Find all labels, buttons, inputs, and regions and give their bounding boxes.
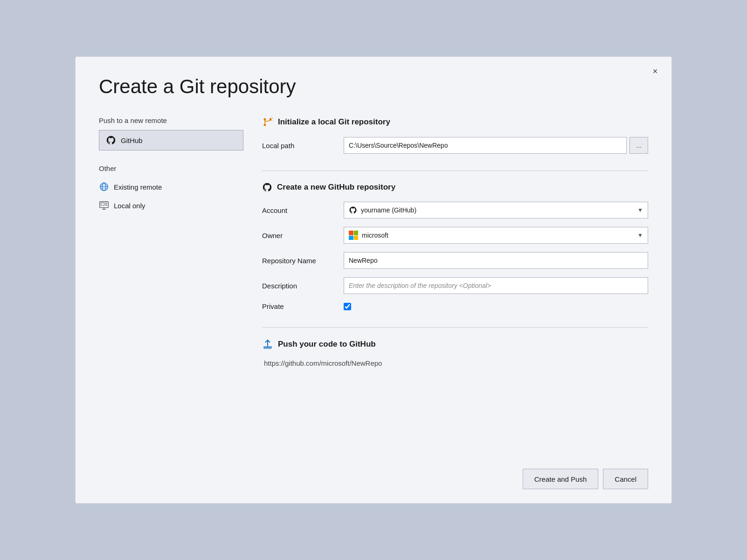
github-section-header: Create a new GitHub repository (262, 182, 648, 192)
sidebar-item-existing-remote[interactable]: Existing remote (99, 179, 243, 195)
owner-select[interactable]: microsoft ▼ (344, 227, 648, 244)
svg-point-13 (264, 118, 266, 121)
repo-name-label: Repository Name (262, 257, 344, 265)
owner-dropdown-arrow: ▼ (637, 232, 643, 239)
local-path-label: Local path (262, 142, 344, 150)
repo-name-input[interactable] (344, 252, 648, 269)
private-row: Private (262, 302, 648, 310)
local-path-control: ... (344, 137, 648, 154)
main-content: Initialize a local Git repository Local … (262, 116, 648, 455)
account-row: Account yourname (GitHub) ▼ (262, 202, 648, 219)
owner-label: Owner (262, 232, 344, 239)
push-section-title: Push your code to GitHub (278, 340, 376, 349)
browse-button[interactable]: ... (629, 137, 648, 154)
account-dropdown-arrow: ▼ (637, 207, 643, 213)
push-to-new-remote-label: Push to a new remote (99, 116, 243, 124)
owner-control: microsoft ▼ (344, 227, 648, 244)
repo-name-row: Repository Name (262, 252, 648, 269)
dialog-body: Push to a new remote GitHub Other (99, 116, 648, 455)
sidebar-item-local-only[interactable]: Local only (99, 198, 243, 213)
local-path-input[interactable] (344, 137, 627, 154)
repo-name-control (344, 252, 648, 269)
private-label: Private (262, 302, 344, 310)
globe-icon (99, 182, 109, 192)
microsoft-logo (349, 231, 358, 240)
close-button[interactable]: × (648, 64, 662, 78)
github-section-title: Create a new GitHub repository (277, 183, 395, 192)
svg-point-12 (270, 118, 272, 121)
account-github-icon (349, 206, 357, 214)
create-git-repo-dialog: × Create a Git repository Push to a new … (75, 56, 672, 504)
description-input[interactable] (344, 277, 648, 294)
description-row: Description (262, 277, 648, 294)
push-section: Push your code to GitHub https://github.… (262, 339, 648, 367)
monitor-icon (99, 200, 109, 211)
init-section-header: Initialize a local Git repository (262, 116, 648, 128)
github-item-label: GitHub (121, 137, 143, 144)
owner-select-wrapper[interactable]: microsoft ▼ (344, 227, 648, 244)
svg-point-11 (264, 124, 266, 126)
sidebar-item-github[interactable]: GitHub (99, 130, 243, 150)
private-control (344, 303, 648, 310)
section-divider-1 (262, 171, 648, 171)
account-select[interactable]: yourname (GitHub) ▼ (344, 202, 648, 219)
sidebar-other-section: Other Existing remote (99, 164, 243, 213)
description-label: Description (262, 282, 344, 290)
github-icon (106, 135, 116, 145)
sidebar: Push to a new remote GitHub Other (99, 116, 243, 455)
owner-row: Owner (262, 227, 648, 244)
cancel-button[interactable]: Cancel (603, 469, 648, 489)
description-control (344, 277, 648, 294)
svg-line-15 (271, 117, 272, 117)
existing-remote-label: Existing remote (114, 183, 162, 191)
push-icon (262, 339, 273, 350)
account-value: yourname (GitHub) (361, 206, 416, 214)
dialog-footer: Create and Push Cancel (99, 455, 648, 489)
local-only-label: Local only (114, 202, 145, 210)
local-path-row: Local path ... (262, 137, 648, 154)
account-label: Account (262, 206, 344, 214)
github-section-icon (262, 182, 272, 192)
svg-rect-8 (101, 203, 104, 206)
private-checkbox-wrapper (344, 303, 351, 310)
git-init-icon (262, 116, 273, 128)
section-divider-2 (262, 327, 648, 328)
github-section: Create a new GitHub repository Account (262, 182, 648, 310)
create-and-push-button[interactable]: Create and Push (523, 469, 599, 489)
svg-rect-9 (105, 203, 107, 204)
push-section-header: Push your code to GitHub (262, 339, 648, 350)
svg-line-17 (271, 120, 272, 121)
account-control: yourname (GitHub) ▼ (344, 202, 648, 219)
init-section: Initialize a local Git repository Local … (262, 116, 648, 154)
dialog-title: Create a Git repository (99, 75, 648, 98)
other-label: Other (99, 164, 243, 172)
init-section-title: Initialize a local Git repository (278, 117, 390, 127)
owner-value: microsoft (362, 232, 388, 239)
private-checkbox[interactable] (344, 303, 351, 310)
account-select-wrapper[interactable]: yourname (GitHub) ▼ (344, 202, 648, 219)
svg-rect-10 (105, 205, 107, 205)
push-url: https://github.com/microsoft/NewRepo (264, 359, 648, 367)
